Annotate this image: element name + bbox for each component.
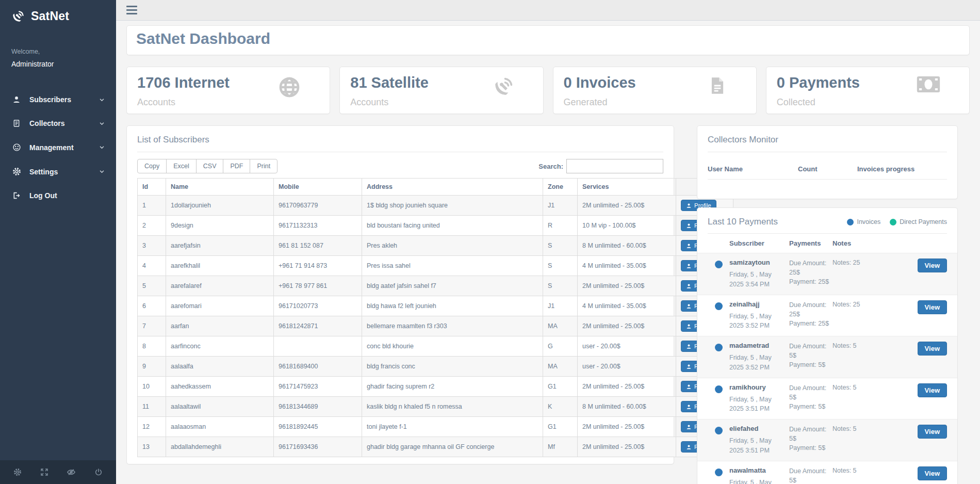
hamburger-menu-icon[interactable] <box>126 6 137 14</box>
chevron-down-icon <box>99 97 105 103</box>
cell-address: ghadir facing suprem r2 <box>362 377 543 397</box>
payment-date: Friday, 5 , May 2025 3:54 PM <box>729 270 787 289</box>
column-header[interactable]: Address <box>362 179 543 196</box>
sidebar-item-management[interactable]: Management <box>0 135 116 159</box>
payment-subscriber: zeinalhajj <box>729 300 787 308</box>
view-button[interactable]: View <box>918 383 947 397</box>
person-icon <box>686 283 692 289</box>
document-icon <box>11 119 22 127</box>
export-button[interactable]: PDF <box>223 159 250 173</box>
view-button[interactable]: View <box>918 300 947 314</box>
cell-id: 6 <box>138 296 166 316</box>
smiley-icon <box>11 143 22 152</box>
person-icon <box>686 344 692 349</box>
cell-services: user - 20.00$ <box>578 357 676 377</box>
eye-slash-icon[interactable] <box>67 467 76 477</box>
cell-name: aahedkassem <box>166 377 274 397</box>
cell-zone: G1 <box>543 377 578 397</box>
column-header[interactable]: Mobile <box>274 179 362 196</box>
payment-date: Friday, 5 , May 2025 3:52 PM <box>729 353 787 373</box>
invoice-dot-icon <box>715 427 723 434</box>
cell-name: aarefalaref <box>166 276 274 296</box>
power-icon[interactable] <box>94 468 103 476</box>
export-button[interactable]: Excel <box>166 159 197 173</box>
cell-zone: S <box>543 276 578 296</box>
sidebar-item-collectors[interactable]: Collectors <box>0 111 116 135</box>
cell-id: 2 <box>138 216 166 236</box>
gear-icon[interactable] <box>13 468 22 476</box>
view-button[interactable]: View <box>918 259 947 272</box>
cell-name: aalaaltawil <box>166 397 274 417</box>
cell-name: aarfinconc <box>166 336 274 357</box>
sidebar-item-label: Collectors <box>29 119 64 127</box>
cell-mobile: 96170963779 <box>274 196 362 216</box>
sidebar-item-label: Log Out <box>29 191 57 200</box>
view-button[interactable]: View <box>918 466 947 480</box>
payments-header-row: Subscriber Payments Notes <box>708 234 947 253</box>
cell-services: 2M unlimited - 25.00$ <box>578 316 676 336</box>
sidebar-item-subscribers[interactable]: Subscribers <box>0 88 116 111</box>
export-button[interactable]: Print <box>250 159 277 173</box>
table-row: 12 aalaaosman 96181892445 toni jlayete f… <box>138 417 733 437</box>
payment-due-amount: Due Amount: 25$ <box>789 259 830 277</box>
column-header[interactable]: Zone <box>543 179 578 196</box>
export-button[interactable]: CSV <box>196 159 224 173</box>
export-button-group: CopyExcelCSVPDFPrint <box>137 159 277 173</box>
search-input[interactable] <box>566 159 663 173</box>
cell-mobile: 96171020773 <box>274 296 362 316</box>
stat-card-satellite: 81 Satellite Accounts <box>339 67 543 114</box>
column-header[interactable]: Id <box>138 179 166 196</box>
column-header[interactable]: Services <box>578 179 676 196</box>
person-icon <box>686 404 692 410</box>
globe-icon <box>278 76 301 99</box>
payment-due-amount: Due Amount: 5$ <box>789 466 830 484</box>
cell-mobile: 96181892445 <box>274 417 362 437</box>
stats-row: 1706 Internet Accounts 81 Satellite Acco… <box>126 67 970 114</box>
payment-entry: ramikhoury Friday, 5 , May 2025 3:51 PM … <box>697 378 957 420</box>
sidebar-item-logout[interactable]: Log Out <box>0 184 116 207</box>
chevron-down-icon <box>99 169 105 174</box>
sidebar-item-label: Subscribers <box>29 95 71 104</box>
cell-zone: MA <box>543 316 578 336</box>
view-button[interactable]: View <box>918 425 947 439</box>
export-button[interactable]: Copy <box>137 159 167 173</box>
cell-id: 4 <box>138 256 166 276</box>
last-payments-panel: Last 10 Payments Invoices Direct Payment… <box>697 207 958 484</box>
payment-notes: Notes: 5 <box>832 383 907 414</box>
sidebar-item-label: Settings <box>29 168 58 176</box>
search-control: Search: <box>538 159 663 173</box>
payment-notes: Notes: 25 <box>832 259 907 289</box>
payment-subscriber: ramikhoury <box>729 383 787 391</box>
cell-zone: G1 <box>543 417 578 437</box>
payment-entry: samizaytoun Friday, 5 , May 2025 3:54 PM… <box>697 253 957 295</box>
subscribers-table: IdNameMobileAddressZoneServices 1 1dolla… <box>137 178 733 457</box>
column-header: Payments <box>789 239 830 247</box>
column-header: Count <box>798 165 857 173</box>
subscribers-card: List of Subscribers CopyExcelCSVPDFPrint… <box>126 125 674 464</box>
payment-date: Friday, 5 , May 2025 3:51 PM <box>729 395 787 414</box>
cell-id: 5 <box>138 276 166 296</box>
person-icon <box>686 263 692 269</box>
person-icon <box>686 243 692 249</box>
column-header[interactable]: Name <box>166 179 274 196</box>
cell-zone: G <box>543 336 578 357</box>
column-header: Invoices progress <box>857 165 947 173</box>
sidebar-bottom-bar <box>0 460 116 484</box>
cell-address: 1$ bldg shop jounieh square <box>362 196 543 216</box>
cell-zone: S <box>543 256 578 276</box>
cell-services: 10 M vip - 100.00$ <box>578 216 676 236</box>
chevron-down-icon <box>99 144 105 150</box>
cell-id: 13 <box>138 437 166 457</box>
sidebar-nav: Subscribers Collectors <box>0 88 116 207</box>
sidebar-item-settings[interactable]: Settings <box>0 159 116 184</box>
cell-address: bldg francis conc <box>362 357 543 377</box>
cell-id: 9 <box>138 357 166 377</box>
view-button[interactable]: View <box>918 342 947 356</box>
cell-mobile: 96171132313 <box>274 216 362 236</box>
cell-name: aarfan <box>166 316 274 336</box>
payments-list: samizaytoun Friday, 5 , May 2025 3:54 PM… <box>708 253 947 484</box>
fullscreen-icon[interactable] <box>40 468 48 476</box>
payment-entry: eliefahed Friday, 5 , May 2025 3:51 PM D… <box>697 419 957 461</box>
satellite-dish-icon <box>11 10 25 23</box>
search-label: Search: <box>538 163 563 170</box>
